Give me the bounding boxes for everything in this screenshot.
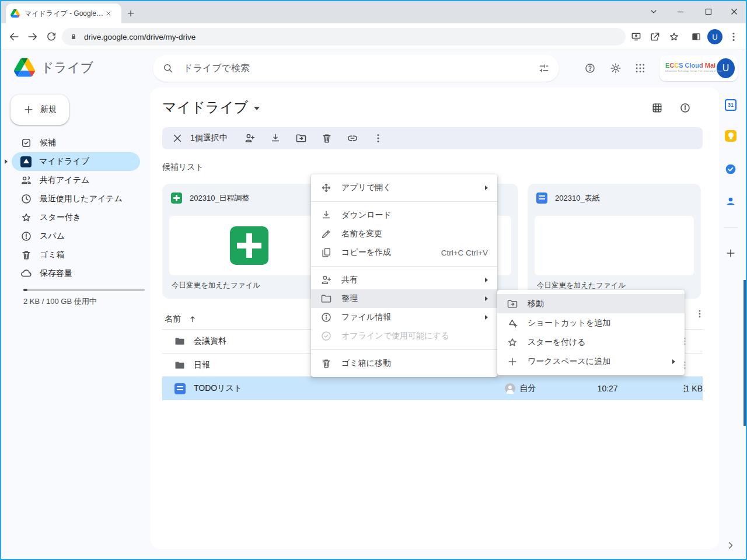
star-icon	[507, 337, 518, 348]
docs-file-icon	[174, 383, 186, 394]
add-panel-app-icon[interactable]	[725, 247, 736, 259]
save-page-icon[interactable]	[630, 31, 642, 43]
file-card-caption: 今日変更を加えたファイル	[172, 281, 260, 290]
submenu-item-add-to-workspace[interactable]: ワークスペースに追加	[497, 352, 685, 371]
search-icon	[162, 62, 174, 74]
browser-tab[interactable]: マイドライブ - Google ドライブ	[6, 4, 121, 23]
owner-avatar	[505, 383, 515, 394]
search-options-icon[interactable]	[538, 62, 550, 74]
contacts-icon[interactable]	[725, 195, 736, 207]
download-icon	[320, 209, 332, 221]
page-scrollbar-thumb[interactable]	[743, 280, 746, 426]
selection-count: 1個選択中	[190, 133, 228, 144]
file-thumbnail	[169, 216, 329, 275]
new-tab-button[interactable]	[126, 9, 135, 18]
account-avatar[interactable]: U	[717, 58, 735, 78]
app-name: ドライブ	[41, 59, 93, 76]
tasks-icon[interactable]	[725, 163, 736, 175]
storage-progress-bar	[23, 289, 145, 291]
forward-button[interactable]	[27, 31, 39, 43]
settings-gear-icon[interactable]	[610, 62, 622, 74]
side-panel-icon[interactable]	[690, 31, 702, 43]
header-more-icon[interactable]	[694, 309, 705, 319]
help-icon[interactable]	[584, 62, 596, 74]
apps-grid-icon[interactable]	[634, 62, 646, 74]
browser-titlebar: マイドライブ - Google ドライブ	[0, 0, 747, 23]
storage-usage-text: 2 KB / 100 GB 使用中	[23, 296, 97, 307]
folder-icon	[320, 293, 332, 304]
menu-item-share[interactable]: 共有	[311, 271, 497, 289]
list-header-name[interactable]: 名前	[165, 314, 197, 324]
search-input[interactable]	[182, 62, 538, 74]
submenu-item-move[interactable]: 移動	[497, 294, 685, 313]
trash-icon	[20, 249, 32, 261]
sidebar-item-recent[interactable]: 最近使用したアイテム	[12, 190, 140, 208]
share-icon[interactable]	[649, 31, 661, 43]
drive-logo-home[interactable]: ドライブ	[14, 58, 93, 77]
menu-item-offline: オフラインで使用可能にする	[311, 327, 497, 345]
browser-menu-icon[interactable]	[728, 31, 739, 43]
drive-favicon	[11, 9, 20, 18]
drive-header: ドライブ ECCS Cloud Mail Information Technol…	[0, 50, 747, 86]
owner-label: 自分	[520, 383, 536, 394]
offline-check-icon	[320, 330, 332, 342]
row-more-icon[interactable]	[679, 383, 690, 394]
back-button[interactable]	[8, 31, 20, 43]
download-button[interactable]	[270, 132, 281, 144]
keep-icon[interactable]	[725, 130, 736, 142]
calendar-icon[interactable]: 31	[725, 99, 736, 111]
submenu-item-add-shortcut[interactable]: ショートカットを追加	[497, 313, 685, 332]
menu-item-make-copy[interactable]: コピーを作成 Ctrl+C Ctrl+V	[311, 243, 497, 262]
copy-link-button[interactable]	[347, 132, 358, 144]
tab-search-chevron-icon[interactable]	[649, 7, 658, 16]
sidebar-item-shared[interactable]: 共有アイテム	[12, 171, 140, 190]
sidebar-item-trash[interactable]: ゴミ箱	[12, 246, 140, 264]
hide-side-panel-chevron[interactable]	[725, 540, 736, 551]
sheets-file-icon	[171, 192, 182, 204]
menu-item-move-to-trash[interactable]: ゴミ箱に移動	[311, 354, 497, 373]
window-close-button[interactable]	[729, 7, 739, 16]
new-button-label: 新規	[40, 104, 57, 115]
page-title-button[interactable]: マイドライブ	[162, 98, 260, 117]
menu-item-organize[interactable]: 整理	[311, 289, 497, 308]
folder-icon	[174, 335, 186, 347]
sidebar-item-suggested[interactable]: 候補	[12, 134, 140, 152]
file-row-todo-list[interactable]: TODOリスト 自分 10:27 1 KB	[162, 377, 703, 400]
address-bar[interactable]: drive.google.com/drive/my-drive	[62, 28, 626, 46]
info-icon	[320, 312, 332, 323]
window-maximize-button[interactable]	[704, 7, 713, 16]
menu-item-rename[interactable]: 名前を変更	[311, 225, 497, 243]
reload-button[interactable]	[46, 31, 57, 43]
clear-selection-button[interactable]	[172, 132, 183, 144]
menu-item-download[interactable]: ダウンロード	[311, 206, 497, 225]
add-shortcut-icon	[507, 317, 518, 329]
file-thumbnail	[535, 216, 694, 275]
share-person-add-button[interactable]	[244, 132, 256, 144]
details-info-icon[interactable]	[679, 102, 691, 114]
sidebar-item-spam[interactable]: スパム	[12, 227, 140, 246]
open-with-icon	[320, 182, 332, 194]
account-badge[interactable]: ECCS Cloud Mail Information Technology C…	[659, 55, 738, 81]
sidebar-item-starred[interactable]: スター付き	[12, 208, 140, 227]
more-actions-button[interactable]	[372, 132, 384, 144]
sidebar-item-my-drive[interactable]: マイドライブ	[12, 152, 140, 171]
grid-view-toggle[interactable]	[651, 102, 663, 114]
new-button[interactable]: 新規	[11, 94, 69, 125]
trash-button[interactable]	[321, 132, 333, 144]
bookmark-star-icon[interactable]	[668, 31, 680, 43]
window-minimize-button[interactable]	[676, 7, 685, 16]
search-bar[interactable]	[153, 55, 559, 82]
browser-profile-avatar[interactable]: U	[707, 29, 722, 44]
sidebar-item-storage[interactable]: 保存容量	[12, 264, 140, 283]
sheets-large-icon	[230, 226, 268, 265]
menu-item-file-info[interactable]: ファイル情報	[311, 308, 497, 327]
submenu-arrow-icon	[485, 186, 488, 190]
menu-item-open-with[interactable]: アプリで開く	[311, 178, 497, 197]
file-card-schedule[interactable]: 202310_日程調整 今日変更を加えたファイル	[162, 184, 336, 299]
modified-time: 10:27	[598, 384, 618, 393]
move-to-button[interactable]	[295, 132, 307, 144]
tab-close-icon[interactable]	[105, 10, 112, 17]
file-card-cover[interactable]: 202310_表紙 今日変更を加えたファイル	[528, 184, 701, 299]
expand-caret-icon[interactable]	[5, 159, 8, 164]
submenu-item-add-star[interactable]: スターを付ける	[497, 332, 685, 352]
